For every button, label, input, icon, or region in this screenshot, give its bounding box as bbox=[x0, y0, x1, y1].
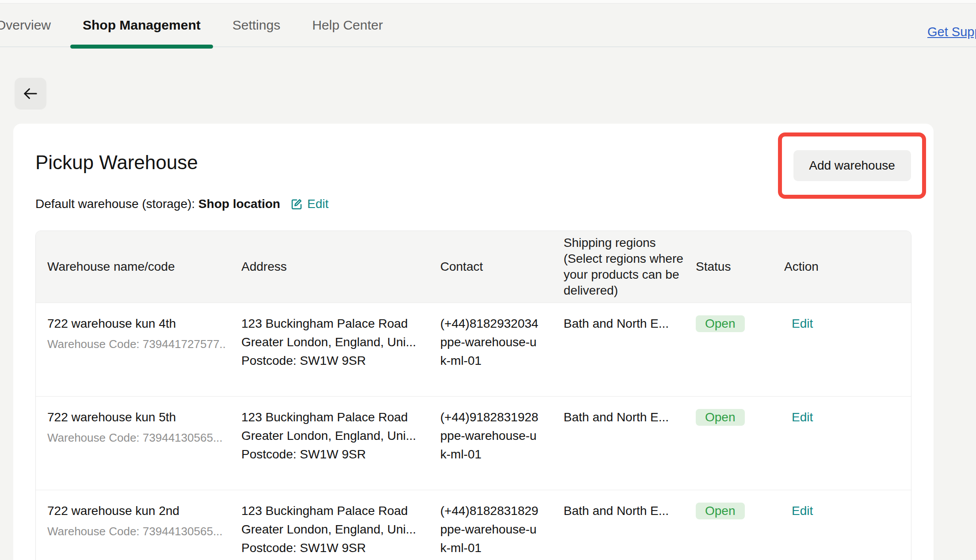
default-warehouse-label: Default warehouse (storage): bbox=[35, 197, 198, 211]
back-button[interactable] bbox=[15, 78, 46, 110]
pickup-warehouse-card: Pickup Warehouse Add warehouse Default w… bbox=[13, 124, 934, 560]
tab-settings[interactable]: Settings bbox=[220, 4, 293, 46]
address-line: Postcode: SW1W 9SR bbox=[241, 539, 425, 557]
default-warehouse-edit-label: Edit bbox=[307, 197, 328, 211]
window-top-strip bbox=[0, 0, 976, 4]
warehouse-name: 722 warehouse kun 4th bbox=[47, 314, 226, 333]
warehouse-name: 722 warehouse kun 2nd bbox=[47, 502, 226, 520]
top-navigation-bar: Overview Shop Management Settings Help C… bbox=[0, 4, 976, 47]
address-line: Postcode: SW1W 9SR bbox=[241, 445, 425, 464]
address-line: 123 Buckingham Palace Road bbox=[241, 408, 425, 427]
address-line: Postcode: SW1W 9SR bbox=[241, 352, 425, 370]
address-line: Greater London, England, Uni... bbox=[241, 333, 425, 352]
nav-tabs: Overview Shop Management Settings Help C… bbox=[0, 4, 395, 46]
column-header-warehouse-name: Warehouse name/code bbox=[36, 231, 230, 303]
annotation-highlight-red-box: Add warehouse bbox=[778, 132, 926, 199]
tab-settings-label: Settings bbox=[233, 18, 280, 33]
add-warehouse-button[interactable]: Add warehouse bbox=[793, 150, 911, 181]
tab-help-center[interactable]: Help Center bbox=[300, 4, 395, 46]
default-warehouse-value: Shop location bbox=[198, 197, 280, 211]
warehouse-table: Warehouse name/code Address Contact Ship… bbox=[35, 231, 911, 560]
contact-id: ppe-warehouse-uk-ml-01 bbox=[440, 520, 540, 557]
contact-phone: (+44)9182831928 bbox=[440, 408, 540, 427]
tab-shop-management-label: Shop Management bbox=[83, 18, 201, 33]
warehouse-code: Warehouse Code: 739441727577... bbox=[47, 335, 226, 353]
back-arrow-icon bbox=[21, 84, 40, 103]
shipping-region: Bath and North E... bbox=[564, 502, 688, 520]
column-header-shipping-regions: Shipping regions (Select regions where y… bbox=[553, 231, 690, 303]
table-row: 722 warehouse kun 4th Warehouse Code: 73… bbox=[36, 303, 911, 397]
edit-square-icon bbox=[290, 197, 307, 211]
active-tab-underline bbox=[70, 45, 213, 49]
tab-overview-label: Overview bbox=[0, 18, 51, 33]
column-header-status: Status bbox=[690, 231, 776, 303]
address-line: Greater London, England, Uni... bbox=[241, 520, 425, 539]
warehouse-name: 722 warehouse kun 5th bbox=[47, 408, 226, 427]
shipping-region: Bath and North E... bbox=[564, 314, 688, 333]
status-badge: Open bbox=[696, 315, 745, 332]
tab-overview[interactable]: Overview bbox=[0, 4, 63, 46]
tab-help-center-label: Help Center bbox=[312, 18, 383, 33]
column-header-action: Action bbox=[776, 231, 911, 303]
column-header-address: Address bbox=[230, 231, 429, 303]
address-line: 123 Buckingham Palace Road bbox=[241, 314, 425, 333]
contact-phone: (+44)8182831829 bbox=[440, 502, 540, 520]
status-badge: Open bbox=[696, 409, 745, 426]
row-edit-button[interactable]: Edit bbox=[792, 502, 813, 520]
get-support-link[interactable]: Get Support bbox=[927, 25, 976, 39]
page-title: Pickup Warehouse bbox=[35, 151, 911, 174]
shipping-region: Bath and North E... bbox=[564, 408, 688, 427]
row-edit-button[interactable]: Edit bbox=[792, 314, 813, 333]
contact-id: ppe-warehouse-uk-ml-01 bbox=[440, 333, 540, 370]
column-header-contact: Contact bbox=[429, 231, 553, 303]
table-row: 722 warehouse kun 5th Warehouse Code: 73… bbox=[36, 397, 911, 490]
warehouse-code: Warehouse Code: 73944130565... bbox=[47, 522, 226, 541]
table-row: 722 warehouse kun 2nd Warehouse Code: 73… bbox=[36, 490, 911, 560]
table-header-row: Warehouse name/code Address Contact Ship… bbox=[36, 231, 911, 303]
contact-id: ppe-warehouse-uk-ml-01 bbox=[440, 427, 540, 464]
row-edit-button[interactable]: Edit bbox=[792, 408, 813, 427]
contact-phone: (+44)8182932034 bbox=[440, 314, 540, 333]
warehouse-code: Warehouse Code: 73944130565... bbox=[47, 428, 226, 447]
address-line: 123 Buckingham Palace Road bbox=[241, 502, 425, 520]
default-warehouse-edit-button[interactable]: Edit bbox=[290, 197, 328, 211]
status-badge: Open bbox=[696, 503, 745, 519]
default-warehouse-row: Default warehouse (storage): Shop locati… bbox=[35, 195, 911, 213]
address-line: Greater London, England, Uni... bbox=[241, 427, 425, 445]
tab-shop-management[interactable]: Shop Management bbox=[70, 4, 213, 46]
